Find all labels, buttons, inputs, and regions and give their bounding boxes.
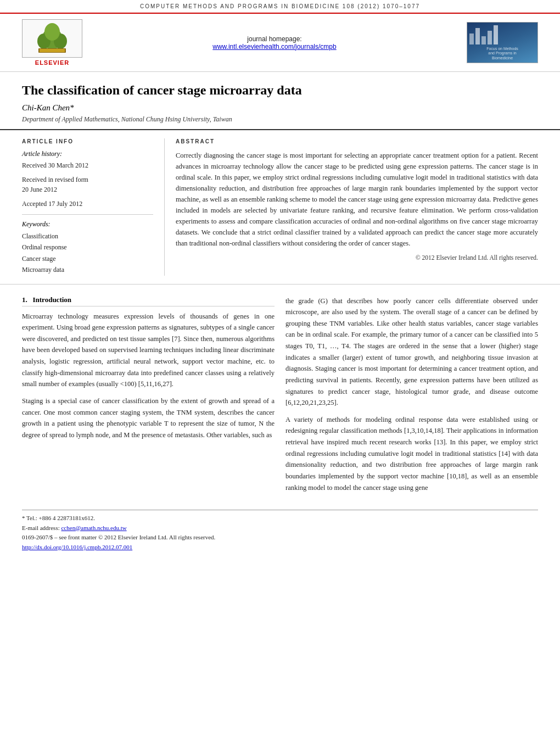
right-para-2: A variety of methods for modeling ordina… xyxy=(285,414,538,493)
revised-label: Received in revised form xyxy=(22,175,153,185)
intro-para-1: Microarray technology measures expressio… xyxy=(22,311,275,390)
received-date: Received 30 March 2012 xyxy=(22,160,153,170)
article-info-label: Article Info xyxy=(22,138,153,144)
journal-homepage-link[interactable]: www.intl.elsevierhealth.com/journals/cmp… xyxy=(212,43,336,51)
article-affiliation: Department of Applied Mathematics, Natio… xyxy=(22,115,538,124)
right-column: the grade (G) that describes how poorly … xyxy=(285,295,538,499)
copyright-footer: 0169-2607/$ – see front matter © 2012 El… xyxy=(22,533,538,543)
keyword-4: Microarray data xyxy=(22,264,153,275)
article-title-area: The classification of cancer stage micro… xyxy=(0,72,560,130)
svg-point-4 xyxy=(44,23,60,41)
intro-para-2: Staging is a special case of cancer clas… xyxy=(22,395,275,441)
article-author: Chi-Kan Chen* xyxy=(22,103,538,113)
footer-area: * Tel.: +886 4 22873181x612. E-mail addr… xyxy=(22,510,538,552)
journal-link-area: journal homepage: www.intl.elsevierhealt… xyxy=(212,35,336,51)
keyword-3: Cancer stage xyxy=(22,253,153,264)
main-body: 1. Introduction Microarray technology me… xyxy=(0,284,560,510)
abstract-column: Abstract Correctly diagnosing the cancer… xyxy=(165,138,538,276)
page: Computer Methods and Programs in Biomedi… xyxy=(0,0,560,742)
abstract-label: Abstract xyxy=(176,138,538,144)
section-name: Introduction xyxy=(33,295,72,304)
right-para-1: the grade (G) that describes how poorly … xyxy=(285,295,538,409)
revised-date: 20 June 2012 xyxy=(22,185,153,194)
info-abstract-area: Article Info Article history: Received 3… xyxy=(0,130,560,284)
abstract-text: Correctly diagnosing the cancer stage is… xyxy=(176,150,538,249)
journal-header: Computer Methods and Programs in Biomedi… xyxy=(0,0,560,14)
divider xyxy=(22,214,153,215)
logo-area: ELSEVIER journal homepage: www.intl.else… xyxy=(0,14,560,72)
keywords-label: Keywords: xyxy=(22,220,153,228)
elsevier-logo-image xyxy=(22,19,82,58)
copyright-notice: © 2012 Elsevier Ireland Ltd. All rights … xyxy=(176,254,538,261)
homepage-label: journal homepage: xyxy=(247,35,301,43)
doi-link: http://dx.doi.org/10.1016/j.cmpb.2012.07… xyxy=(22,543,538,553)
article-info-column: Article Info Article history: Received 3… xyxy=(22,138,165,276)
email-label: E-mail address: xyxy=(22,525,60,531)
keyword-2: Ordinal response xyxy=(22,242,153,253)
elsevier-logo: ELSEVIER xyxy=(22,19,82,66)
email-link[interactable]: cchen@amath.nchu.edu.tw xyxy=(61,525,126,531)
keyword-1: Classification xyxy=(22,231,153,242)
article-title: The classification of cancer stage micro… xyxy=(22,83,538,98)
elsevier-brand: ELSEVIER xyxy=(35,59,69,66)
journal-header-text: Computer Methods and Programs in Biomedi… xyxy=(140,3,420,9)
footnote-star: * Tel.: +886 4 22873181x612. xyxy=(22,514,538,523)
footnote-email: E-mail address: cchen@amath.nchu.edu.tw xyxy=(22,523,538,533)
doi-anchor[interactable]: http://dx.doi.org/10.1016/j.cmpb.2012.07… xyxy=(22,544,132,550)
left-column: 1. Introduction Microarray technology me… xyxy=(22,295,275,499)
right-journal-logo: Focus on Methodsand Programs inBiomedici… xyxy=(467,22,538,63)
introduction-title: 1. Introduction xyxy=(22,295,275,306)
history-label: Article history: xyxy=(22,150,153,158)
svg-rect-6 xyxy=(40,49,65,52)
section-number: 1. xyxy=(22,295,27,304)
accepted-date: Accepted 17 July 2012 xyxy=(22,199,153,209)
